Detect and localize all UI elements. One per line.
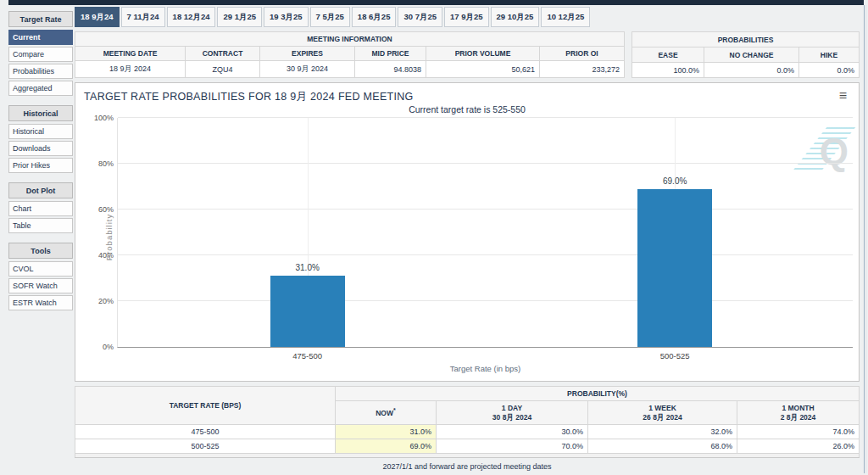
sidebar-item-current[interactable]: Current [8, 30, 73, 45]
mid-price-value: 94.8038 [355, 61, 426, 78]
tab-meeting-date[interactable]: 10 12月25 [541, 7, 590, 27]
sidebar-item-sofr-watch[interactable]: SOFR Watch [8, 278, 73, 293]
gridline [118, 209, 853, 210]
one-week-column-header: 1 WEEK 26 8月 2024 [588, 401, 737, 425]
one-day-probability: 30.0% [437, 425, 588, 439]
gridline [118, 117, 853, 118]
one-month-probability: 74.0% [737, 425, 860, 439]
tab-meeting-date[interactable]: 18 9月24 [75, 7, 120, 27]
plot-area: Probability Target Rate (in bps) 0%20%40… [117, 118, 853, 348]
meeting-information-title: MEETING INFORMATION [75, 32, 625, 47]
meeting-date-value: 18 9月 2024 [75, 61, 186, 78]
gridline [118, 163, 853, 164]
now-probability: 31.0% [336, 425, 437, 439]
table-row: 475-500 31.0% 30.0% 32.0% 74.0% [75, 425, 860, 439]
column-header: EXPIRES [260, 47, 355, 61]
one-week-probability: 68.0% [588, 439, 737, 454]
one-month-probability: 26.0% [737, 439, 860, 454]
y-tick-label: 20% [98, 297, 114, 305]
sidebar-item-chart[interactable]: Chart [8, 201, 73, 216]
x-axis-title: Target Rate (in bps) [118, 364, 853, 373]
column-header: CONTRACT [186, 47, 260, 61]
y-tick-label: 80% [98, 159, 114, 168]
column-header: MID PRICE [355, 47, 426, 61]
x-category-label: 475-500 [292, 351, 322, 360]
expires-value: 30 9月 2024 [260, 61, 355, 78]
column-header: HIKE [799, 48, 860, 63]
sidebar: Target Rate Current Compare Probabilitie… [8, 11, 73, 312]
sidebar-item-aggregated[interactable]: Aggregated [8, 81, 73, 96]
bar-value-label: 69.0% [663, 176, 687, 186]
bar[interactable] [637, 189, 712, 347]
probabilities-table: PROBABILITIES EASE NO CHANGE HIKE 100.0%… [632, 31, 860, 78]
one-month-column-header: 1 MONTH 2 8月 2024 [737, 401, 860, 425]
tab-meeting-date[interactable]: 18 6月25 [352, 7, 397, 27]
sidebar-item-cvol[interactable]: CVOL [8, 261, 73, 277]
sidebar-item-compare[interactable]: Compare [8, 47, 73, 62]
hike-value: 0.0% [799, 63, 860, 78]
probability-group-header: PROBABILITY(%) [336, 387, 860, 401]
chart-title: TARGET RATE PROBABILITIES FOR 18 9月 2024… [84, 90, 414, 104]
sidebar-header-target-rate: Target Rate [8, 11, 73, 27]
chart-subtitle: Current target rate is 525-550 [75, 104, 859, 115]
sidebar-item-historical[interactable]: Historical [8, 124, 73, 139]
y-tick-label: 0% [103, 343, 114, 351]
probability-chart-panel: TARGET RATE PROBABILITIES FOR 18 9月 2024… [75, 82, 860, 382]
sidebar-item-estr-watch[interactable]: ESTR Watch [8, 295, 73, 310]
tab-meeting-date[interactable]: 7 11月24 [121, 7, 165, 27]
now-probability: 69.0% [336, 439, 437, 454]
column-header: EASE [632, 48, 704, 63]
target-rate-bps-header: TARGET RATE (BPS) [75, 387, 336, 425]
one-week-probability: 32.0% [588, 425, 737, 439]
sidebar-item-prior-hikes[interactable]: Prior Hikes [8, 158, 73, 173]
column-header: MEETING DATE [75, 47, 186, 61]
tab-meeting-date[interactable]: 19 3月25 [264, 7, 309, 27]
now-column-header: NOW* [336, 401, 437, 425]
target-rate-range: 475-500 [75, 425, 336, 439]
gridline [118, 300, 853, 301]
tab-meeting-date[interactable]: 17 9月25 [444, 7, 489, 27]
main-content: 18 9月24 7 11月24 18 12月24 29 1月25 19 3月25… [75, 7, 860, 470]
chart-menu-icon[interactable]: ≡ [839, 91, 847, 101]
ease-value: 100.0% [632, 63, 704, 78]
projected-meeting-dates-note: 2027/1/1 and forward are projected meeti… [75, 457, 860, 473]
table-row: 500-525 69.0% 70.0% 68.0% 26.0% [75, 439, 860, 454]
column-header: PRIOR VOLUME [426, 47, 540, 61]
tab-meeting-date[interactable]: 30 7月25 [398, 7, 442, 27]
one-day-probability: 70.0% [437, 439, 588, 454]
contract-value: ZQU4 [186, 61, 260, 78]
tab-meeting-date[interactable]: 18 12月24 [167, 7, 216, 27]
x-category-label: 500-525 [660, 351, 690, 360]
prior-oi-value: 233,272 [540, 61, 625, 78]
bar-value-label: 31.0% [295, 263, 319, 272]
target-rate-range: 500-525 [75, 439, 336, 454]
column-header: PRIOR OI [540, 47, 625, 61]
gridline [118, 254, 853, 255]
y-tick-label: 40% [98, 251, 114, 260]
tab-meeting-date[interactable]: 29 10月25 [491, 7, 540, 27]
sidebar-header-dot-plot: Dot Plot [8, 182, 73, 198]
y-tick-label: 100% [94, 114, 114, 122]
tab-meeting-date[interactable]: 7 5月25 [310, 7, 350, 27]
prior-volume-value: 50,621 [426, 61, 540, 78]
y-tick-label: 60% [98, 205, 114, 214]
meeting-information-table: MEETING INFORMATION MEETING DATE CONTRAC… [75, 31, 625, 78]
column-header: NO CHANGE [704, 48, 799, 63]
one-day-column-header: 1 DAY 30 8月 2024 [437, 401, 588, 425]
sidebar-item-downloads[interactable]: Downloads [8, 141, 73, 156]
tab-meeting-date[interactable]: 29 1月25 [217, 7, 262, 27]
sidebar-item-probabilities[interactable]: Probabilities [8, 64, 73, 79]
meeting-date-tabbar: 18 9月24 7 11月24 18 12月24 29 1月25 19 3月25… [75, 7, 860, 27]
probabilities-title: PROBABILITIES [632, 32, 860, 48]
no-change-value: 0.0% [704, 63, 799, 78]
scrollbar[interactable] [864, 5, 867, 473]
top-window-strip [8, 0, 864, 5]
sidebar-header-historical: Historical [8, 105, 73, 121]
bar[interactable] [270, 276, 345, 347]
sidebar-header-tools: Tools [8, 243, 73, 259]
sidebar-item-table[interactable]: Table [8, 218, 73, 233]
